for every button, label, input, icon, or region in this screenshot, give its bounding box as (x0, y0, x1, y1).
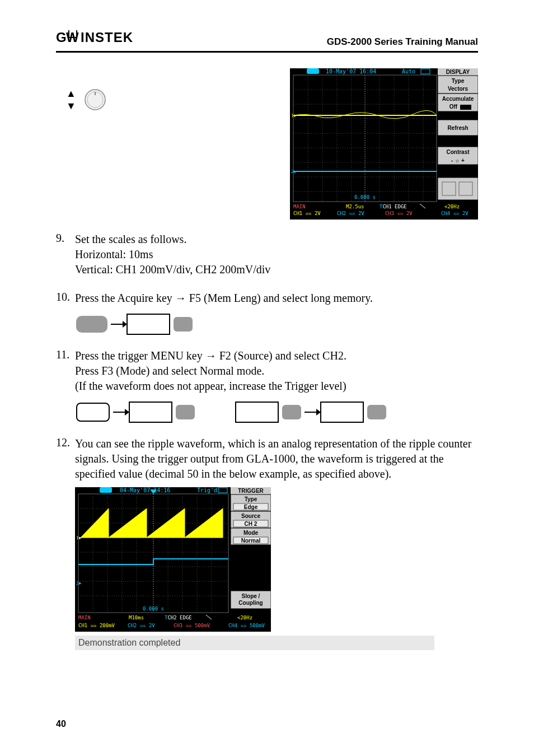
svg-text:TRIGGER: TRIGGER (238, 488, 264, 494)
step-11: 11. Press the trigger MENU key → F2 (Sou… (56, 348, 478, 423)
step-text-line: You can see the ripple waveform, which i… (75, 437, 471, 480)
softkey-icon (282, 405, 301, 419)
svg-text:0.000 s: 0.000 s (354, 194, 376, 200)
svg-text:Type: Type (452, 78, 465, 84)
svg-text:2▸: 2▸ (76, 580, 82, 586)
key-sequence-graphic (235, 402, 386, 423)
svg-text:CH3 == 500mV: CH3 == 500mV (174, 623, 210, 628)
svg-text:CH2 == 2V: CH2 == 2V (337, 211, 364, 216)
svg-text:CH1 == 200mV: CH1 == 200mV (78, 623, 115, 628)
arrow-right-icon (111, 324, 123, 325)
svg-text:- ☼ +: - ☼ + (451, 157, 465, 164)
svg-text:<20Hz: <20Hz (237, 615, 252, 620)
svg-text:Source: Source (241, 513, 260, 519)
page-number: 40 (56, 719, 66, 729)
svg-text:1▸: 1▸ (291, 113, 297, 118)
arrow-right-icon (305, 412, 317, 413)
svg-rect-4 (68, 37, 77, 38)
svg-text:MAIN: MAIN (78, 615, 91, 620)
svg-rect-10 (307, 68, 319, 74)
blank-key-icon (129, 402, 172, 423)
key-sequence-graphic (76, 402, 195, 423)
svg-rect-64 (100, 487, 112, 493)
svg-text:Vectors: Vectors (448, 86, 469, 92)
demonstration-complete-bar: Demonstration completed (75, 636, 434, 650)
svg-text:CH2 == 2V: CH2 == 2V (128, 623, 155, 628)
svg-text:Mode: Mode (243, 530, 259, 536)
svg-text:0.000 s: 0.000 s (143, 606, 164, 612)
step-12: 12. You can see the ripple waveform, whi… (56, 436, 478, 650)
dial-icon (84, 88, 106, 111)
step-text-line: Horizontal: 10ms (75, 248, 153, 260)
svg-text:CH1 == 2V: CH1 == 2V (293, 211, 321, 216)
svg-text:TCH1 EDGE: TCH1 EDGE (380, 204, 407, 209)
svg-text:G: G (56, 30, 67, 45)
svg-rect-2 (68, 30, 69, 38)
page-header: G W INSTEK GDS-2000 Series Training Manu… (56, 30, 478, 53)
svg-text:MAIN: MAIN (293, 204, 306, 209)
svg-text:INSTEK: INSTEK (81, 30, 133, 45)
svg-text:1▸: 1▸ (76, 535, 82, 540)
svg-text:2▸: 2▸ (291, 169, 297, 174)
svg-text:Normal: Normal (241, 538, 261, 544)
svg-text:CH4 == 2V: CH4 == 2V (441, 211, 469, 216)
svg-text:CH3 == 2V: CH3 == 2V (385, 211, 413, 216)
step-9: 9. Set the scales as follows. Horizontal… (56, 232, 478, 277)
svg-text:Trig'd: Trig'd (197, 487, 217, 493)
svg-text:DISPLAY: DISPLAY (446, 69, 470, 75)
step-text-line: Press the trigger MENU key → F2 (Source)… (75, 349, 346, 362)
svg-text:M10ms: M10ms (129, 615, 144, 620)
step-number: 12. (56, 436, 75, 650)
blank-key-icon (320, 402, 364, 423)
softkey-icon (367, 405, 386, 419)
svg-text:Accumulate: Accumulate (442, 96, 474, 102)
svg-text:Auto: Auto (402, 68, 415, 74)
blank-key-icon (127, 314, 170, 335)
svg-text:Refresh: Refresh (447, 125, 468, 131)
step-text-line: (If the waveform does not appear, increa… (75, 380, 346, 392)
svg-text:10-May'07 16:04: 10-May'07 16:04 (326, 68, 376, 74)
header-title: GDS-2000 Series Training Manual (327, 36, 478, 48)
arrow-right-icon (113, 412, 125, 413)
step-number: 11. (56, 348, 75, 423)
svg-text:TCH2 EDGE: TCH2 EDGE (165, 615, 192, 620)
svg-text:Edge: Edge (244, 504, 258, 510)
oscilloscope-display-screenshot: 10-May'07 16:04 Auto DISPLAY Type Vector… (290, 68, 478, 220)
up-arrow-icon: ▲ (66, 88, 76, 99)
softkey-icon (176, 405, 195, 419)
acquire-key-icon (76, 316, 107, 333)
step-text-line: Press F3 (Mode) and select Normal mode. (75, 365, 264, 377)
softkey-icon (174, 317, 193, 332)
oscilloscope-trigger-screenshot: 04-May'07 14:16 Trig'd TRIGGER Type Edge (75, 487, 271, 632)
step-10: 10. Press the Acquire key → F5 (Mem Leng… (56, 291, 478, 335)
svg-text:Type: Type (245, 496, 257, 502)
key-sequence-graphic (76, 314, 478, 335)
svg-text:04-May'07 14:16: 04-May'07 14:16 (120, 487, 170, 493)
svg-text:CH4 == 500mV: CH4 == 500mV (228, 623, 265, 628)
svg-text:Off: Off (449, 104, 458, 110)
menu-key-icon (76, 403, 110, 422)
step-text-line: Vertical: CH1 200mV/div, CH2 200mV/div (75, 263, 270, 276)
svg-text:M2.5us: M2.5us (346, 204, 364, 209)
svg-rect-3 (76, 30, 77, 38)
svg-text:Coupling: Coupling (238, 600, 263, 606)
svg-rect-22 (460, 105, 471, 110)
brand-logo: G W INSTEK (56, 30, 151, 45)
step-text-line: Set the scales as follows. (75, 233, 186, 245)
svg-text:<20Hz: <20Hz (444, 204, 460, 209)
step-text-line: Press the Acquire key → F5 (Mem Leng) an… (75, 292, 373, 304)
svg-text:Slope /: Slope / (242, 593, 260, 599)
svg-text:Contrast: Contrast (446, 149, 470, 155)
arrows-dial-graphic: ▲ ▼ (66, 88, 106, 111)
step-number: 10. (56, 291, 75, 335)
svg-rect-28 (438, 178, 478, 200)
step-number: 9. (56, 232, 75, 277)
down-arrow-icon: ▼ (66, 101, 76, 111)
blank-key-icon (235, 402, 279, 423)
svg-text:CH 2: CH 2 (245, 521, 257, 527)
